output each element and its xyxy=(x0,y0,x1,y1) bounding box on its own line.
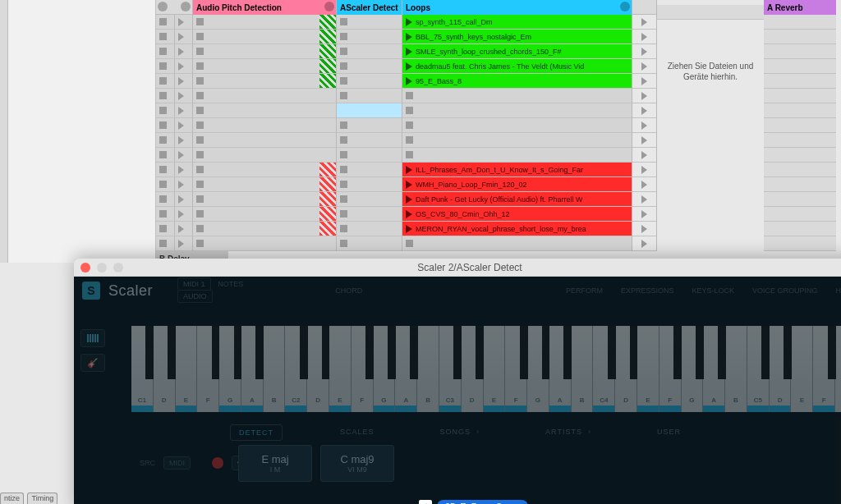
clip-slot[interactable] xyxy=(174,103,193,118)
clip-slot[interactable] xyxy=(156,133,174,148)
clip-slot[interactable] xyxy=(174,15,193,30)
clip-slot[interactable] xyxy=(193,89,209,103)
clip-slot[interactable] xyxy=(193,15,209,30)
piano-white-key[interactable]: F xyxy=(505,326,527,412)
return-header[interactable]: A Reverb xyxy=(764,0,836,15)
piano-white-key[interactable]: G xyxy=(374,326,396,412)
clip-slot[interactable] xyxy=(337,118,402,133)
clip-slot[interactable] xyxy=(193,133,209,148)
clip-slot[interactable] xyxy=(174,177,193,192)
clip-slot[interactable] xyxy=(193,30,209,44)
clip-slot[interactable] xyxy=(319,74,336,89)
clip-slot[interactable] xyxy=(319,15,336,30)
clip-slot[interactable] xyxy=(402,118,632,133)
clip-slot[interactable] xyxy=(174,59,193,74)
clip-slot[interactable] xyxy=(319,59,336,74)
circle-icon[interactable] xyxy=(620,2,630,11)
piano-white-key[interactable]: F xyxy=(197,326,219,412)
audio-tab[interactable]: AUDIO xyxy=(177,290,213,303)
piano-white-key[interactable]: F xyxy=(659,326,682,412)
piano-white-key[interactable]: D xyxy=(154,326,176,412)
clip-slot[interactable] xyxy=(209,44,319,59)
piano-white-key[interactable]: C1 xyxy=(131,326,154,412)
minimize-icon[interactable] xyxy=(97,263,107,273)
clip-slot[interactable] xyxy=(337,15,402,30)
clip-slot[interactable] xyxy=(156,236,174,251)
clip-slot[interactable] xyxy=(337,163,402,177)
piano-white-key[interactable]: E xyxy=(176,326,198,412)
piano-white-key[interactable]: E xyxy=(637,326,659,412)
clip-slot[interactable] xyxy=(193,103,209,118)
piano-white-key[interactable]: A xyxy=(549,326,572,412)
clip-slot[interactable] xyxy=(156,89,174,103)
clip-slot[interactable] xyxy=(209,30,319,44)
scene-launch-button[interactable] xyxy=(632,163,656,177)
clip-slot[interactable] xyxy=(156,59,174,74)
clip-slot[interactable] xyxy=(337,30,402,44)
audio-clip[interactable]: BBL_75_synth_keys_nostalgic_Em xyxy=(402,30,632,44)
clip-slot[interactable] xyxy=(156,44,174,59)
clip-slot[interactable] xyxy=(402,103,632,118)
clip-slot[interactable] xyxy=(319,30,336,44)
clip-slot[interactable] xyxy=(319,44,336,59)
track-header[interactable]: AScaler Detect xyxy=(337,0,402,15)
clip-slot[interactable] xyxy=(174,118,193,133)
clip-slot[interactable] xyxy=(319,103,336,118)
clip-slot[interactable] xyxy=(319,163,336,177)
circle-icon[interactable] xyxy=(158,2,168,11)
keyboard-view-icon[interactable] xyxy=(80,329,105,347)
clip-slot[interactable] xyxy=(209,192,319,207)
midi-clip[interactable] xyxy=(337,103,402,118)
clip-slot[interactable] xyxy=(209,15,319,30)
clip-slot[interactable] xyxy=(193,148,209,163)
clip-slot[interactable] xyxy=(209,74,319,89)
clip-slot[interactable] xyxy=(209,133,319,148)
tab-songs[interactable]: SONGS › xyxy=(432,424,489,441)
clip-slot[interactable] xyxy=(156,177,174,192)
clip-slot[interactable] xyxy=(209,177,319,192)
scene-launch-button[interactable] xyxy=(632,74,656,89)
clip-slot[interactable] xyxy=(174,236,193,251)
clip-slot[interactable] xyxy=(193,59,209,74)
clip-slot[interactable] xyxy=(193,207,209,222)
clip-slot[interactable] xyxy=(337,133,402,148)
piano-white-key[interactable]: E xyxy=(329,326,352,412)
clip-slot[interactable] xyxy=(337,236,402,251)
piano-white-key[interactable]: G xyxy=(682,326,704,412)
clip-slot[interactable] xyxy=(193,222,209,236)
clip-slot[interactable] xyxy=(174,89,193,103)
clip-slot[interactable] xyxy=(337,192,402,207)
clip-slot[interactable] xyxy=(156,192,174,207)
piano-white-key[interactable]: C5 xyxy=(747,326,770,412)
clip-slot[interactable] xyxy=(319,133,336,148)
scene-launch-button[interactable] xyxy=(632,207,656,222)
piano-white-key[interactable]: E xyxy=(791,326,813,412)
clip-slot[interactable] xyxy=(319,207,336,222)
clip-slot[interactable] xyxy=(337,148,402,163)
piano-white-key[interactable]: D xyxy=(307,326,329,412)
scene-launch-button[interactable] xyxy=(632,192,656,207)
clip-slot[interactable] xyxy=(209,163,319,177)
clip-slot[interactable] xyxy=(156,207,174,222)
clip-slot[interactable] xyxy=(402,133,632,148)
clip-slot[interactable] xyxy=(209,207,319,222)
clip-slot[interactable] xyxy=(209,222,319,236)
piano-white-key[interactable]: A xyxy=(395,326,417,412)
clip-slot[interactable] xyxy=(337,44,402,59)
clip-slot[interactable] xyxy=(193,44,209,59)
piano-white-key[interactable]: E xyxy=(484,326,506,412)
scene-launch-button[interactable] xyxy=(632,148,656,163)
piano-white-key[interactable]: D xyxy=(770,326,792,412)
clip-slot[interactable] xyxy=(156,103,174,118)
clip-slot[interactable] xyxy=(319,236,336,251)
piano-white-key[interactable]: B xyxy=(417,326,439,412)
clip-slot[interactable] xyxy=(174,74,193,89)
piano-keyboard[interactable]: C1DEFGABC2DEFGABC3DEFGABC4DEFGABC5DEFG xyxy=(131,326,841,412)
clip-slot[interactable] xyxy=(193,118,209,133)
clip-slot[interactable] xyxy=(174,222,193,236)
clip-slot[interactable] xyxy=(174,133,193,148)
clip-slot[interactable] xyxy=(402,89,632,103)
tab-scales[interactable]: SCALES xyxy=(332,424,383,441)
clip-slot[interactable] xyxy=(319,89,336,103)
clip-slot[interactable] xyxy=(319,118,336,133)
